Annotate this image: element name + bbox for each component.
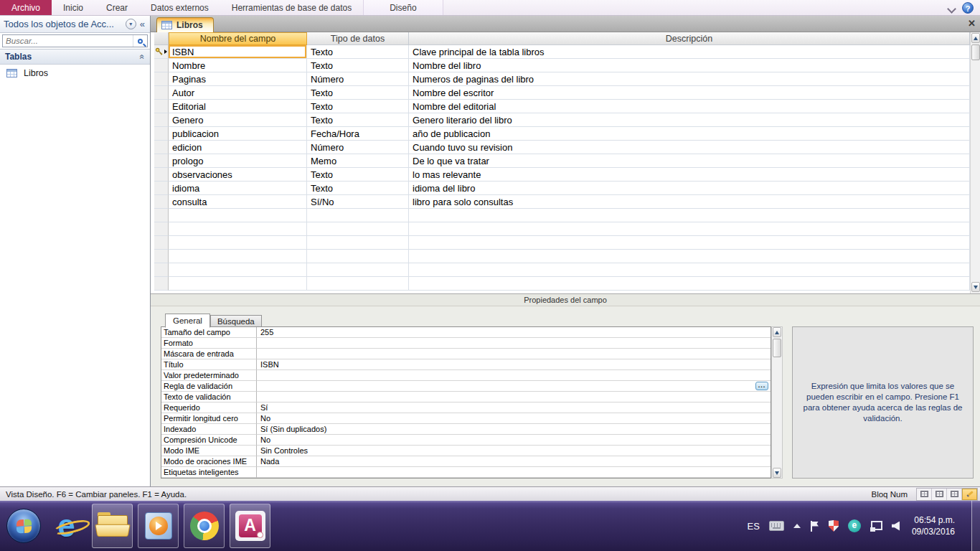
scroll-up-button[interactable] [773, 327, 781, 337]
scrollbar-thumb[interactable] [773, 339, 781, 357]
ribbon-tab-inicio[interactable]: Inicio [52, 0, 95, 15]
navigation-pane-title[interactable]: Todos los objetos de Acc... [4, 19, 126, 29]
property-value[interactable]: Nada [257, 456, 771, 467]
row-selector[interactable] [154, 250, 169, 263]
description-cell[interactable] [409, 222, 970, 236]
row-selector[interactable] [154, 277, 169, 291]
navigation-pane-header[interactable]: Todos los objetos de Acc... ▾ « [0, 16, 150, 33]
property-label[interactable]: Compresión Unicode [161, 435, 257, 446]
ribbon-tab-herramientas-de-base-de-datos[interactable]: Herramientas de base de datos [220, 0, 363, 15]
property-label[interactable]: Indexado [161, 424, 257, 435]
design-view-button[interactable] [962, 489, 977, 500]
row-selector[interactable] [154, 168, 169, 182]
clock[interactable]: 06:54 p.m. 09/03/2016 [912, 514, 955, 537]
row-selector[interactable] [154, 59, 169, 72]
property-value[interactable]: 255 [257, 327, 771, 338]
field-name-cell[interactable]: idioma [169, 182, 307, 195]
property-value[interactable]: No [257, 413, 771, 424]
navigation-pane-dropdown-icon[interactable]: ▾ [126, 19, 136, 29]
property-label[interactable]: Formato [161, 338, 257, 349]
field-name-cell[interactable]: observaciones [169, 168, 307, 182]
taskbar-item-access[interactable]: A [230, 504, 270, 548]
tab-general[interactable]: General [165, 314, 210, 328]
property-label[interactable]: Permitir longitud cero [161, 413, 257, 424]
row-selector[interactable] [154, 45, 169, 59]
property-label[interactable]: Modo IME [161, 446, 257, 456]
property-label[interactable]: Título [161, 359, 257, 370]
tab-libros[interactable]: Libros [156, 17, 214, 32]
property-value[interactable]: Sí [257, 402, 771, 413]
data-type-cell[interactable]: Texto [307, 182, 409, 195]
data-type-cell[interactable] [307, 222, 409, 236]
data-type-cell[interactable] [307, 209, 409, 222]
scrollbar-thumb[interactable] [971, 44, 980, 60]
description-cell[interactable]: Nombre del libro [409, 59, 970, 72]
ribbon-tab-crear[interactable]: Crear [95, 0, 139, 15]
language-indicator[interactable]: ES [748, 521, 760, 532]
row-selector[interactable] [154, 113, 169, 127]
action-center-flag-icon[interactable] [810, 521, 819, 532]
description-cell[interactable]: Cuando tuvo su revision [409, 141, 970, 154]
search-button[interactable] [133, 35, 147, 47]
column-header-field-name[interactable]: Nombre del campo [169, 32, 307, 45]
scroll-down-button[interactable] [773, 468, 781, 478]
close-icon[interactable]: ✕ [968, 18, 976, 29]
pivottable-view-button[interactable] [932, 489, 947, 500]
field-name-cell[interactable]: Paginas [169, 72, 307, 86]
data-type-cell[interactable]: Sí/No [307, 195, 409, 209]
column-header-data-type[interactable]: Tipo de datos [307, 32, 409, 45]
field-name-cell[interactable]: ISBN [169, 45, 307, 59]
row-selector[interactable] [154, 236, 169, 250]
description-cell[interactable]: Clave principal de la tabla libros [409, 45, 970, 59]
row-selector[interactable] [154, 195, 169, 209]
row-selector[interactable] [154, 222, 169, 236]
shutter-bar-close-icon[interactable]: « [140, 19, 146, 29]
taskbar-item-chrome[interactable] [184, 504, 225, 548]
property-value[interactable] [257, 349, 771, 359]
help-icon[interactable]: ? [962, 2, 974, 14]
data-type-cell[interactable]: Texto [307, 168, 409, 182]
field-name-cell[interactable] [169, 236, 307, 250]
property-label[interactable]: Regla de validación [161, 381, 257, 392]
field-name-cell[interactable]: Editorial [169, 100, 307, 113]
start-button[interactable] [6, 509, 41, 543]
property-value[interactable] [257, 338, 771, 349]
property-label[interactable]: Etiquetas inteligentes [161, 467, 257, 478]
row-selector[interactable] [154, 263, 169, 277]
row-selector[interactable] [154, 141, 169, 154]
row-selector[interactable] [154, 127, 169, 141]
row-selector[interactable] [154, 100, 169, 113]
row-selector[interactable] [154, 209, 169, 222]
field-name-cell[interactable] [169, 209, 307, 222]
field-name-cell[interactable]: Genero [169, 113, 307, 127]
description-cell[interactable] [409, 277, 970, 291]
description-cell[interactable]: año de publicacion [409, 127, 970, 141]
data-type-cell[interactable]: Texto [307, 100, 409, 113]
property-label[interactable]: Requerido [161, 402, 257, 413]
description-cell[interactable]: Numeros de paginas del libro [409, 72, 970, 86]
description-cell[interactable] [409, 236, 970, 250]
network-icon[interactable] [870, 521, 882, 532]
property-value[interactable]: Sin Controles [257, 446, 771, 456]
row-selector[interactable] [154, 72, 169, 86]
volume-icon[interactable] [892, 522, 900, 531]
minimize-ribbon-icon[interactable] [947, 5, 956, 11]
security-shield-icon[interactable] [829, 520, 839, 532]
field-name-cell[interactable]: Autor [169, 86, 307, 100]
field-name-cell[interactable]: Nombre [169, 59, 307, 72]
grid-vertical-scrollbar[interactable] [970, 32, 980, 293]
property-label[interactable]: Texto de validación [161, 392, 257, 402]
ribbon-tab-archivo[interactable]: Archivo [0, 0, 52, 15]
ribbon-tab-datos-externos[interactable]: Datos externos [139, 0, 220, 15]
data-type-cell[interactable]: Número [307, 141, 409, 154]
description-cell[interactable] [409, 250, 970, 263]
pivotchart-view-button[interactable] [947, 489, 962, 500]
description-cell[interactable]: De lo que va tratar [409, 154, 970, 168]
search-box[interactable] [2, 34, 148, 47]
property-label[interactable]: Modo de oraciones IME [161, 456, 257, 467]
data-type-cell[interactable]: Texto [307, 86, 409, 100]
keyboard-icon[interactable] [769, 521, 784, 531]
ribbon-tab-diseño[interactable]: Diseño [363, 0, 443, 15]
property-scrollbar[interactable] [771, 326, 783, 479]
taskbar-item-media-player[interactable] [138, 504, 179, 548]
